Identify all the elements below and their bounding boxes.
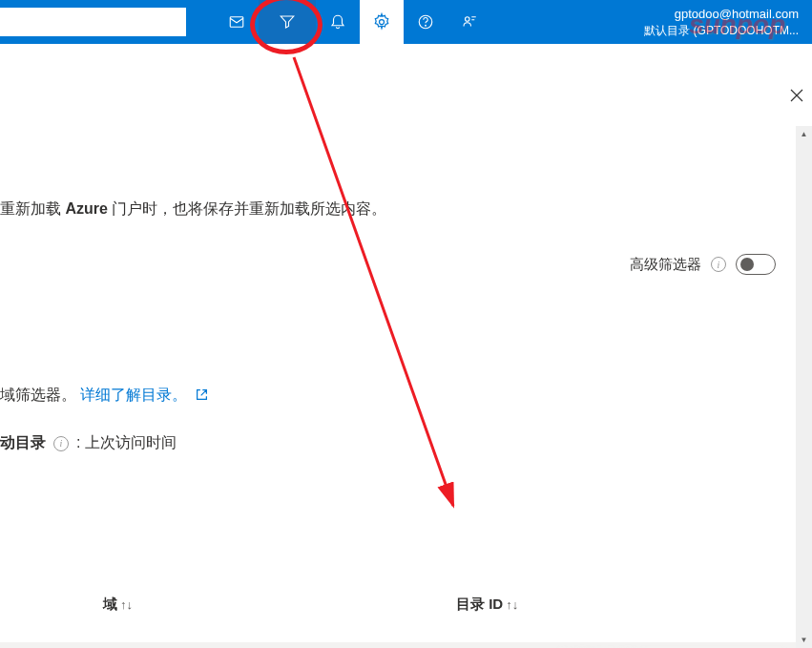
mail-icon[interactable] bbox=[215, 0, 259, 44]
filter-text: 域筛选器。 bbox=[0, 387, 76, 403]
header-icons-group bbox=[215, 0, 491, 44]
feedback-icon[interactable] bbox=[448, 0, 491, 44]
close-button[interactable] bbox=[787, 86, 806, 105]
info-icon[interactable]: i bbox=[711, 257, 726, 272]
sort-icon: ↑↓ bbox=[120, 597, 133, 612]
external-link-icon bbox=[196, 388, 208, 401]
search-input[interactable] bbox=[0, 8, 186, 36]
table-headers: 域↑↓ 目录 ID↑↓ bbox=[0, 596, 812, 614]
svg-point-4 bbox=[466, 17, 470, 22]
svg-point-3 bbox=[426, 25, 427, 26]
scroll-up-button[interactable]: ▲ bbox=[796, 126, 812, 142]
learn-more-link[interactable]: 详细了解目录。 bbox=[80, 387, 207, 403]
last-visit-label: : 上次访问时间 bbox=[76, 433, 177, 453]
svg-point-1 bbox=[380, 20, 385, 25]
startup-directory-label: 动目录 bbox=[0, 433, 46, 453]
directory-section: 域筛选器。 详细了解目录。 bbox=[0, 386, 208, 406]
settings-icon[interactable] bbox=[360, 0, 404, 44]
startup-section: 动目录 i : 上次访问时间 bbox=[0, 433, 177, 453]
table-row[interactable]: gptodoohotmail.onmicrosoft.com ef7e8e12-… bbox=[0, 642, 812, 648]
notification-icon[interactable] bbox=[316, 0, 360, 44]
annotation-arrow bbox=[0, 0, 812, 648]
info-icon[interactable]: i bbox=[53, 436, 69, 451]
top-header: gptodoo@hotmail.com 默认目录 (GPTODOOHOTM... bbox=[0, 0, 812, 44]
directory-id-column-header[interactable]: 目录 ID↑↓ bbox=[456, 596, 742, 614]
user-info[interactable]: gptodoo@hotmail.com 默认目录 (GPTODOOHOTM... bbox=[644, 6, 812, 39]
sort-icon: ↑↓ bbox=[506, 597, 518, 612]
directory-table: 域↑↓ 目录 ID↑↓ gptodoohotmail.onmicrosoft.c… bbox=[0, 596, 812, 648]
filter-icon[interactable] bbox=[259, 0, 316, 44]
toggle-knob bbox=[740, 258, 754, 271]
user-email: gptodoo@hotmail.com bbox=[644, 6, 799, 23]
domain-column-header[interactable]: 域↑↓ bbox=[103, 596, 456, 614]
advanced-filter-label: 高级筛选器 bbox=[630, 256, 701, 274]
help-icon[interactable] bbox=[404, 0, 448, 44]
svg-rect-0 bbox=[230, 17, 243, 28]
scrollbar-track[interactable] bbox=[796, 142, 812, 648]
scroll-down-button[interactable]: ▼ bbox=[796, 632, 812, 648]
svg-line-6 bbox=[294, 57, 453, 506]
advanced-filter-section: 高级筛选器 i bbox=[630, 254, 776, 275]
advanced-filter-toggle[interactable] bbox=[736, 254, 776, 275]
reload-info-text: 重新加载 Azure 门户时，也将保存并重新加载所选内容。 bbox=[0, 199, 386, 219]
user-directory: 默认目录 (GPTODOOHOTM... bbox=[644, 23, 799, 39]
vertical-scrollbar[interactable]: ▲ ▼ bbox=[796, 126, 812, 648]
